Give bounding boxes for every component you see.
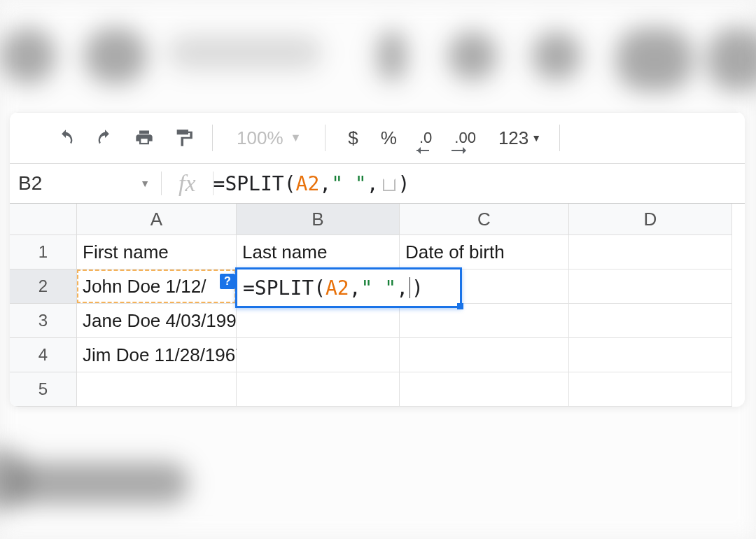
- number-format-group: $ % .0 .00: [337, 127, 487, 149]
- cell-B1[interactable]: Last name: [237, 235, 400, 270]
- cell-A1[interactable]: First name: [77, 235, 237, 270]
- chevron-down-icon: ▼: [290, 132, 302, 144]
- chevron-down-icon: ▼: [140, 178, 150, 189]
- formula-help-badge[interactable]: ?: [220, 274, 235, 289]
- cell-A2[interactable]: John Doe 1/12/: [77, 270, 237, 304]
- row-header-3[interactable]: 3: [10, 304, 77, 338]
- more-formats-dropdown[interactable]: 123 ▼: [491, 127, 548, 149]
- print-button[interactable]: [127, 120, 162, 155]
- formula-token-ref: A2: [296, 172, 320, 195]
- cell-B3[interactable]: [237, 304, 400, 338]
- separator: [325, 125, 326, 151]
- undo-button[interactable]: [48, 120, 83, 155]
- row-header-5[interactable]: 5: [10, 372, 77, 407]
- row-header-1[interactable]: 1: [10, 235, 77, 270]
- cell-A5[interactable]: [77, 372, 237, 407]
- format-currency-button[interactable]: $: [337, 127, 369, 149]
- formula-token: ): [412, 276, 424, 300]
- column-header-A[interactable]: A: [77, 204, 237, 235]
- text-cursor: [410, 277, 410, 298]
- cell-C1[interactable]: Date of birth: [400, 235, 569, 270]
- formula-row: B2 ▼ fx =SPLIT(A2," ", ): [10, 163, 745, 204]
- row-header-2[interactable]: 2: [10, 270, 77, 304]
- toolbar: 100% ▼ $ % .0 .00 123 ▼: [10, 112, 745, 163]
- spreadsheet-grid[interactable]: A B C D 1 First name Last name Date of b…: [10, 204, 745, 407]
- decrease-decimal-button[interactable]: .0: [408, 129, 443, 147]
- cell-B2[interactable]: ? =SPLIT(A2," ", ): [237, 270, 400, 304]
- cell-D3[interactable]: [569, 304, 732, 338]
- select-all-corner[interactable]: [10, 204, 77, 235]
- row-header-4[interactable]: 4: [10, 338, 77, 372]
- more-formats-label: 123: [498, 127, 528, 149]
- formula-token: ,: [396, 276, 408, 300]
- cell-D2[interactable]: [569, 270, 732, 304]
- formula-bar-input[interactable]: =SPLIT(A2," ", ): [214, 172, 410, 195]
- format-percent-button[interactable]: %: [370, 127, 408, 149]
- cell-A4[interactable]: Jim Doe 11/28/1967: [77, 338, 237, 372]
- formula-token: ,: [349, 276, 361, 300]
- column-header-D[interactable]: D: [569, 204, 732, 235]
- separator: [559, 125, 560, 151]
- formula-token: ,: [319, 172, 331, 195]
- cell-B4[interactable]: [237, 338, 400, 372]
- formula-token-ref: A2: [326, 276, 349, 300]
- formula-token-string: " ": [331, 172, 367, 195]
- cell-editor[interactable]: =SPLIT(A2," ", ): [235, 267, 462, 308]
- increase-decimal-button[interactable]: .00: [443, 129, 487, 147]
- name-box-value: B2: [18, 172, 42, 195]
- formula-token: =SPLIT(: [243, 276, 326, 300]
- cell-C5[interactable]: [400, 372, 569, 407]
- cell-D4[interactable]: [569, 338, 732, 372]
- formula-token: =SPLIT(: [214, 172, 296, 195]
- name-box[interactable]: B2 ▼: [10, 164, 161, 203]
- zoom-dropdown[interactable]: 100% ▼: [224, 127, 314, 149]
- cell-C4[interactable]: [400, 338, 569, 372]
- spreadsheet-window: 100% ▼ $ % .0 .00 123 ▼ B2 ▼ fx =SPLIT(A…: [10, 112, 745, 407]
- cell-D5[interactable]: [569, 372, 732, 407]
- cell-C3[interactable]: [400, 304, 569, 338]
- column-header-C[interactable]: C: [400, 204, 569, 235]
- argument-placeholder-icon: [383, 178, 396, 191]
- paint-format-button[interactable]: [166, 120, 201, 155]
- formula-token: ,: [367, 172, 379, 195]
- cell-B5[interactable]: [237, 372, 400, 407]
- cell-A3[interactable]: Jane Doe 4/03/1991: [77, 304, 237, 338]
- formula-token-string: " ": [361, 276, 397, 300]
- cell-D1[interactable]: [569, 235, 732, 270]
- formula-token: ): [398, 172, 410, 195]
- fx-icon: fx: [162, 170, 213, 197]
- separator: [212, 125, 213, 151]
- zoom-value: 100%: [237, 127, 284, 149]
- chevron-down-icon: ▼: [531, 132, 541, 144]
- redo-button[interactable]: [88, 120, 122, 155]
- column-header-B[interactable]: B: [237, 204, 400, 235]
